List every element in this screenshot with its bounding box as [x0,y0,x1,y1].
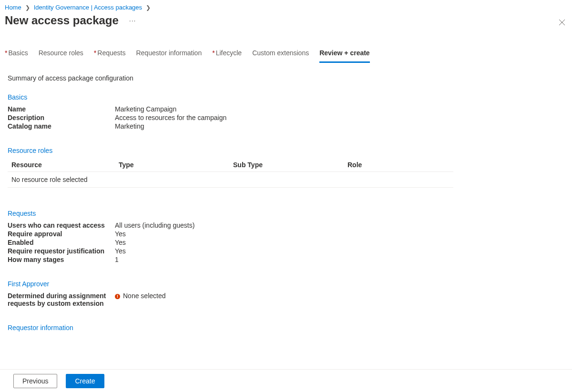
label-stages: How many stages [8,255,115,264]
label-determined-by-ext: Determined during assignment requests by… [8,291,115,308]
previous-button[interactable]: Previous [13,374,57,388]
label-enabled: Enabled [8,238,115,247]
page-root: Home ❯ Identity Governance | Access pack… [0,0,572,392]
table-empty-row: No resource role selected [8,172,453,188]
close-icon [559,19,565,26]
tab-custom-extensions[interactable]: Custom extensions [252,47,309,63]
breadcrumb: Home ❯ Identity Governance | Access pack… [0,0,572,13]
wizard-footer: Previous Create [0,369,572,392]
more-actions-button[interactable]: ··· [129,17,136,24]
resource-roles-table: Resource Type Sub Type Role No resource … [8,158,453,188]
tab-requests[interactable]: *Requests [94,47,126,63]
page-title: New access package [5,14,119,27]
value-description: Access to resources for the campaign [115,113,226,122]
content-area[interactable]: Summary of access package configuration … [0,63,572,342]
value-enabled: Yes [115,238,126,247]
sub-heading-questions: Questions [8,342,564,342]
value-name: Marketing Campaign [115,105,176,113]
breadcrumb-home[interactable]: Home [5,4,21,11]
empty-text: No resource role selected [11,176,88,183]
section-heading-requests: Requests [8,210,564,217]
summary-intro: Summary of access package configuration [8,74,564,82]
basics-kv: Name Marketing Campaign Description Acce… [8,105,564,131]
section-heading-basics: Basics [8,93,564,101]
col-subtype: Sub Type [233,161,347,169]
tab-lifecycle[interactable]: *Lifecycle [212,47,242,63]
chevron-right-icon: ❯ [145,4,152,11]
col-type: Type [119,161,233,169]
first-approver-kv: Determined during assignment requests by… [8,291,564,308]
value-catalog: Marketing [115,122,144,131]
label-justification: Require requestor justification [8,247,115,255]
label-approval: Require approval [8,230,115,238]
table-header: Resource Type Sub Type Role [8,158,453,172]
col-resource: Resource [11,161,119,169]
label-description: Description [8,113,115,122]
label-who: Users who can request access [8,221,115,230]
tab-resource-roles[interactable]: Resource roles [39,47,83,63]
section-heading-requestor-info: Requestor information [8,324,564,332]
section-heading-first-approver: First Approver [8,280,564,288]
create-button[interactable]: Create [66,374,104,388]
warning-icon: ! [115,294,120,299]
value-determined-by-ext: !None selected [115,291,166,308]
close-button[interactable] [559,19,565,26]
label-name: Name [8,105,115,113]
value-justification: Yes [115,247,126,255]
section-heading-resource-roles: Resource roles [8,147,564,154]
tab-basics[interactable]: *Basics [5,47,28,63]
tab-requestor-information[interactable]: Requestor information [136,47,202,63]
value-approval: Yes [115,230,126,238]
requests-kv: Users who can request access All users (… [8,221,564,264]
label-catalog: Catalog name [8,122,115,131]
col-role: Role [347,161,449,169]
chevron-right-icon: ❯ [24,4,31,11]
title-bar: New access package ··· [0,13,572,31]
value-stages: 1 [115,255,119,264]
wizard-tabs: *Basics Resource roles *Requests Request… [0,31,572,63]
value-who: All users (including guests) [115,221,194,230]
breadcrumb-igap[interactable]: Identity Governance | Access packages [34,4,142,11]
tab-review-create[interactable]: Review + create [319,47,369,63]
